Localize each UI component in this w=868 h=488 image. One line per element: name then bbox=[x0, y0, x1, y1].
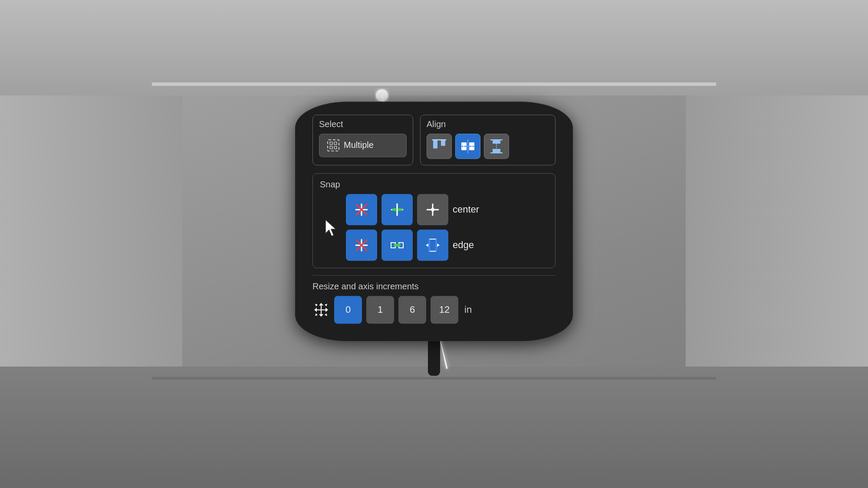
top-wall bbox=[0, 0, 868, 95]
resize-unit-label: in bbox=[464, 304, 472, 315]
main-panel: Select Multiple Align bbox=[295, 102, 573, 341]
snap-on-center-button[interactable] bbox=[381, 194, 413, 225]
svg-rect-15 bbox=[493, 140, 500, 144]
svg-point-31 bbox=[431, 208, 434, 211]
panel-stem bbox=[428, 341, 440, 376]
snap-edge-off-button[interactable] bbox=[346, 229, 377, 261]
resize-0-label: 0 bbox=[345, 304, 351, 315]
svg-marker-46 bbox=[314, 308, 317, 312]
select-section: Select Multiple bbox=[312, 115, 413, 165]
snap-grid: center bbox=[320, 194, 548, 261]
resize-label: Resize and axis increments bbox=[312, 282, 556, 291]
resize-12-button[interactable]: 12 bbox=[431, 296, 458, 324]
snap-edge-center-button[interactable] bbox=[381, 229, 413, 261]
svg-marker-43 bbox=[437, 243, 440, 247]
snap-center-label: center bbox=[453, 204, 548, 215]
svg-marker-53 bbox=[325, 313, 327, 316]
resize-6-label: 6 bbox=[410, 304, 415, 315]
svg-rect-38 bbox=[394, 244, 401, 246]
svg-rect-7 bbox=[441, 140, 445, 146]
resize-buttons-row: 0 1 6 12 in bbox=[312, 296, 556, 324]
resize-12-label: 12 bbox=[439, 304, 450, 315]
align-section: Align bbox=[420, 115, 556, 165]
snap-cursor-icon bbox=[320, 218, 342, 237]
snap-center-inactive-button[interactable] bbox=[417, 194, 448, 225]
svg-rect-2 bbox=[330, 142, 332, 144]
floor-line bbox=[152, 377, 716, 380]
snap-off-center-button[interactable] bbox=[346, 194, 377, 225]
snap-edge-vertical-button[interactable] bbox=[417, 229, 448, 261]
svg-marker-45 bbox=[319, 314, 323, 317]
multiple-button-label: Multiple bbox=[344, 140, 374, 150]
multiple-button[interactable]: Multiple bbox=[319, 134, 407, 157]
svg-marker-52 bbox=[315, 313, 318, 316]
svg-marker-51 bbox=[325, 304, 327, 306]
svg-rect-4 bbox=[330, 146, 332, 149]
align-center-h-button[interactable] bbox=[455, 134, 480, 159]
multiple-select-icon bbox=[327, 139, 339, 151]
svg-marker-42 bbox=[426, 243, 428, 247]
svg-rect-6 bbox=[433, 140, 437, 148]
snap-edge-label: edge bbox=[453, 239, 548, 251]
resize-cursor-icon bbox=[312, 301, 330, 318]
svg-rect-5 bbox=[334, 146, 337, 149]
align-buttons-row bbox=[427, 134, 549, 159]
align-top-button[interactable] bbox=[427, 134, 452, 159]
resize-section: Resize and axis increments bbox=[312, 275, 556, 324]
svg-marker-50 bbox=[315, 304, 318, 306]
select-label: Select bbox=[319, 119, 407, 129]
align-bottom-button[interactable] bbox=[484, 134, 509, 159]
resize-1-label: 1 bbox=[378, 304, 383, 315]
svg-rect-16 bbox=[493, 149, 500, 152]
snap-label: Snap bbox=[320, 180, 548, 190]
svg-marker-20 bbox=[326, 219, 336, 236]
ceiling-line bbox=[152, 82, 716, 86]
panel-wrapper: Select Multiple Align bbox=[295, 102, 573, 376]
floor bbox=[0, 367, 868, 488]
resize-6-button[interactable]: 6 bbox=[398, 296, 426, 324]
top-sections: Select Multiple Align bbox=[312, 115, 556, 165]
svg-marker-44 bbox=[319, 303, 323, 305]
svg-marker-47 bbox=[326, 308, 328, 312]
snap-section: Snap bbox=[312, 173, 556, 268]
resize-0-button[interactable]: 0 bbox=[334, 296, 362, 324]
svg-rect-39 bbox=[429, 239, 436, 251]
align-label: Align bbox=[427, 119, 549, 129]
svg-rect-3 bbox=[334, 142, 337, 144]
resize-1-button[interactable]: 1 bbox=[366, 296, 394, 324]
